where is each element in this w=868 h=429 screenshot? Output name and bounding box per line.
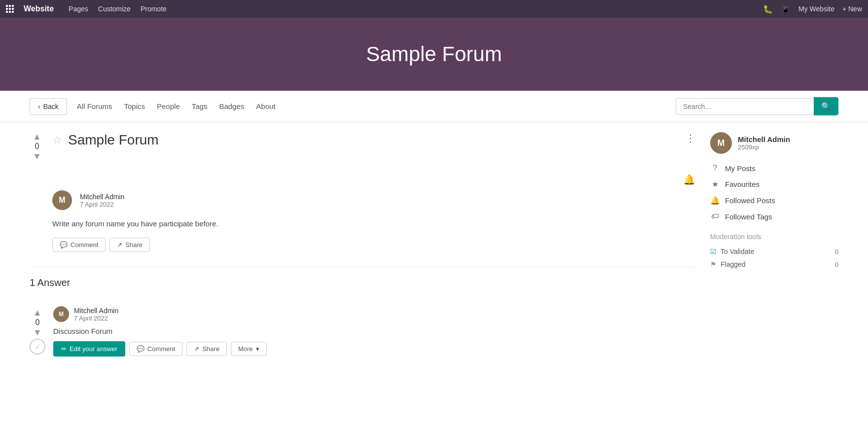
edit-icon: ✏ — [61, 345, 67, 353]
site-name[interactable]: Website — [24, 4, 54, 13]
post-area: ▲ 0 ▼ ☆ Sample Forum ⋮ 🔔 M Mitche — [30, 132, 695, 364]
validate-check-icon: ☑ — [710, 248, 717, 255]
answer-vote-widget: ▲ 0 ▼ — [30, 308, 45, 337]
post-vote-down[interactable]: ▼ — [33, 152, 41, 161]
answer-author-avatar: M — [53, 306, 69, 322]
answer-share-icon: ↗ — [194, 345, 199, 353]
admin-nav-pages[interactable]: Pages — [69, 5, 88, 13]
bell-link-icon: 🔔 — [710, 196, 720, 205]
post-author-name: Mitchell Admin — [80, 193, 124, 201]
chevron-down-icon: ▾ — [256, 345, 259, 353]
admin-bar: Website Pages Customize Promote 🐛 📱 My W… — [0, 0, 868, 18]
moderation-title: Moderation tools — [710, 233, 838, 241]
sidebar-followed-posts[interactable]: 🔔 Followed Posts — [710, 196, 838, 205]
my-website-link[interactable]: My Website — [798, 5, 834, 13]
post-comment-button[interactable]: 💬 Comment — [52, 238, 106, 252]
sidebar-favourites[interactable]: ★ Favourites — [710, 179, 838, 189]
sidebar-username: Mitchell Admin — [738, 135, 790, 143]
search-input[interactable] — [676, 98, 814, 115]
mod-flagged: ⚑ Flagged 0 — [710, 260, 838, 268]
post-date: 7 April 2022 — [80, 201, 124, 208]
post-author-info: Mitchell Admin 7 April 2022 — [80, 193, 124, 208]
post-meta: M Mitchell Admin 7 April 2022 — [52, 190, 695, 210]
moderation-tools: Moderation tools ☑ To Validate 0 ⚑ Flagg… — [710, 233, 838, 268]
post-title: Sample Forum — [68, 132, 159, 148]
tag-icon: 🏷 — [710, 212, 720, 221]
grid-menu-icon[interactable] — [6, 5, 14, 13]
post-vote-count: 0 — [35, 142, 39, 151]
post-content: Write any forum name you have participat… — [52, 218, 695, 230]
question-icon: ? — [710, 164, 720, 173]
sidebar-followed-tags[interactable]: 🏷 Followed Tags — [710, 212, 838, 221]
post-options-icon[interactable]: ⋮ — [686, 132, 695, 144]
sidebar-user: M Mitchell Admin 2509xp — [710, 132, 838, 154]
flag-icon: ⚑ — [710, 260, 717, 268]
post-icons-row: ▲ 0 ▼ ☆ Sample Forum ⋮ 🔔 — [30, 132, 695, 185]
share-icon: ↗ — [117, 241, 122, 249]
post-vote-widget: ▲ 0 ▼ — [30, 132, 44, 161]
sidebar-user-avatar: M — [710, 132, 732, 154]
mobile-icon[interactable]: 📱 — [781, 4, 791, 14]
nav-people[interactable]: People — [157, 102, 180, 110]
search-area: 🔍 — [676, 97, 838, 115]
admin-nav: Pages Customize Promote — [69, 5, 167, 13]
answer-check-icon[interactable]: ✓ — [30, 339, 45, 355]
answers-title: 1 Answer — [30, 277, 695, 288]
answer-meta: M Mitchell Admin 7 April 2022 — [53, 306, 695, 322]
answer-content: M Mitchell Admin 7 April 2022 Discussion… — [53, 306, 695, 357]
post-author-avatar: M — [52, 190, 72, 210]
answer-author-name: Mitchell Admin — [74, 307, 118, 315]
answer-comment-icon: 💬 — [137, 345, 145, 353]
answer-vote-down[interactable]: ▼ — [33, 328, 42, 337]
search-button[interactable]: 🔍 — [814, 97, 838, 115]
main-layout: ▲ 0 ▼ ☆ Sample Forum ⋮ 🔔 M Mitche — [0, 122, 868, 374]
answer-vote-up[interactable]: ▲ — [33, 308, 42, 317]
forum-nav: ‹ Back All Forums Topics People Tags Bad… — [0, 91, 868, 122]
comment-icon: 💬 — [60, 241, 68, 249]
post-actions: 💬 Comment ↗ Share — [52, 238, 695, 252]
answer-actions: ✏ Edit your answer 💬 Comment ↗ Share — [53, 341, 695, 357]
answer-date: 7 April 2022 — [74, 315, 118, 322]
nav-about[interactable]: About — [256, 102, 275, 110]
plus-new-link[interactable]: + New — [842, 5, 862, 13]
answer-author-info: Mitchell Admin 7 April 2022 — [74, 307, 118, 322]
admin-nav-customize[interactable]: Customize — [98, 5, 131, 13]
admin-nav-promote[interactable]: Promote — [141, 5, 167, 13]
sidebar-xp: 2509xp — [738, 143, 790, 151]
post-bell-icon[interactable]: 🔔 — [683, 174, 695, 185]
back-arrow-icon: ‹ — [38, 103, 40, 110]
debug-icon[interactable]: 🐛 — [763, 4, 773, 14]
post-share-button[interactable]: ↗ Share — [109, 238, 150, 252]
edit-answer-button[interactable]: ✏ Edit your answer — [53, 341, 125, 357]
answer-comment-button[interactable]: 💬 Comment — [129, 342, 182, 356]
nav-links: All Forums Topics People Tags Badges Abo… — [77, 102, 276, 110]
admin-bar-right: 🐛 📱 My Website + New — [763, 4, 862, 14]
answers-section: 1 Answer ▲ 0 ▼ ✓ M — [30, 267, 695, 364]
answer-body: Discussion Forum — [53, 327, 695, 335]
answer-item: ▲ 0 ▼ ✓ M Mitchell Admin 7 April — [30, 298, 695, 364]
post-title-area: ☆ Sample Forum — [52, 132, 159, 148]
validate-count: 0 — [835, 248, 838, 255]
forum-banner: Sample Forum — [0, 18, 868, 91]
nav-topics[interactable]: Topics — [124, 102, 145, 110]
back-button[interactable]: ‹ Back — [30, 98, 67, 115]
sidebar-user-info: Mitchell Admin 2509xp — [738, 135, 790, 151]
nav-tags[interactable]: Tags — [192, 102, 208, 110]
flagged-count: 0 — [835, 261, 838, 268]
moderation-items: ☑ To Validate 0 ⚑ Flagged 0 — [710, 248, 838, 268]
forum-title: Sample Forum — [10, 42, 858, 66]
right-sidebar: M Mitchell Admin 2509xp ? My Posts ★ Fav… — [710, 132, 838, 364]
answer-more-button[interactable]: More ▾ — [231, 342, 267, 356]
post-vote-up[interactable]: ▲ — [33, 132, 41, 141]
mod-to-validate: ☑ To Validate 0 — [710, 248, 838, 255]
post-star-icon[interactable]: ☆ — [52, 134, 62, 146]
answer-share-button[interactable]: ↗ Share — [186, 342, 227, 356]
answer-vote-count: 0 — [36, 318, 40, 327]
sidebar-my-posts[interactable]: ? My Posts — [710, 164, 838, 173]
sidebar-links: ? My Posts ★ Favourites 🔔 Followed Posts… — [710, 164, 838, 221]
nav-all-forums[interactable]: All Forums — [77, 102, 112, 110]
nav-badges[interactable]: Badges — [219, 102, 244, 110]
star-icon: ★ — [710, 179, 720, 189]
